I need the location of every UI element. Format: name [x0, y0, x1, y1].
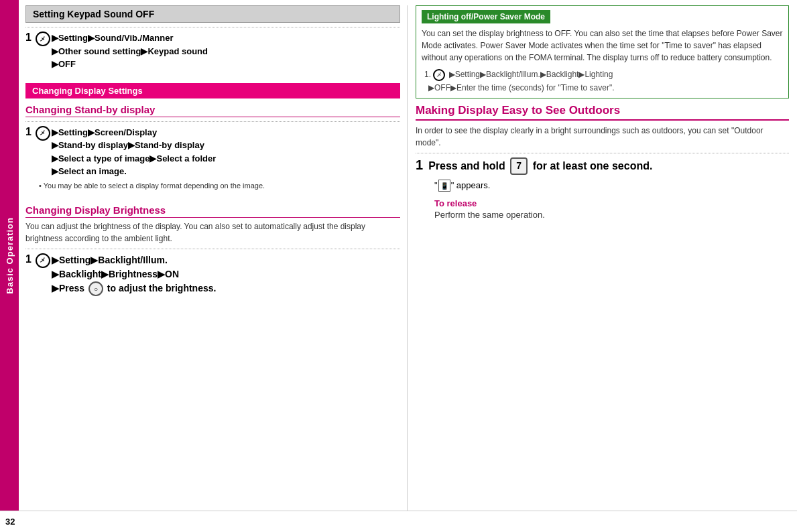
menu-icon-standby: メ: [36, 126, 50, 141]
step-number-brightness: 1: [25, 253, 32, 265]
brightness-description: You can adjust the brightness of the dis…: [25, 220, 400, 245]
nav-circle-icon: ○: [88, 281, 103, 296]
key-7-icon: 7: [510, 157, 528, 175]
sidebar-tab: Basic Operation: [0, 0, 19, 511]
step-keypad-1: 1 メ ▶Setting▶Sound/Vib./Manner▶Other sou…: [25, 31, 400, 71]
step-content-brightness: ▶Setting▶Backlight/Illum.▶Backlight▶Brig…: [52, 253, 217, 297]
phone-icon: 📱: [438, 180, 450, 192]
step-number-outdoor: 1: [416, 157, 423, 173]
step-outdoor-1: 1 Press and hold 7 for at least one seco…: [416, 157, 789, 175]
to-release-text: Perform the same operation.: [434, 210, 789, 220]
step-content-outdoor: Press and hold 7 for at least one second…: [428, 157, 652, 175]
section-header-keypad: Setting Keypad Sound OFF: [25, 5, 400, 23]
left-column: Setting Keypad Sound OFF 1 メ ▶Setting▶So…: [19, 5, 408, 511]
subsection-standby: Changing Stand-by display: [25, 104, 400, 117]
section-header-display-text: Changing Display Settings: [32, 86, 143, 96]
bottom-bar: 32: [0, 511, 797, 532]
appears-text: "📱" appears.: [434, 180, 490, 190]
power-saver-step: 1. メ ▶Setting▶Backlight/Illum.▶Backlight…: [422, 70, 614, 92]
power-saver-description: You can set the display brightness to OF…: [422, 27, 783, 64]
to-release-label: To release: [434, 198, 789, 208]
section-header-keypad-text: Setting Keypad Sound OFF: [33, 9, 154, 19]
green-header-power-saver: Lighting off/Power Saver Mode: [422, 10, 550, 23]
step-brightness-1: 1 メ ▶Setting▶Backlight/Illum.▶Backlight▶…: [25, 253, 400, 297]
step-standby-1: 1 メ ▶Setting▶Screen/Display▶Stand-by dis…: [25, 126, 400, 178]
section-header-display: Changing Display Settings: [25, 83, 400, 98]
menu-icon-power-saver: メ: [433, 69, 445, 81]
main-content: Setting Keypad Sound OFF 1 メ ▶Setting▶So…: [19, 0, 797, 511]
page-number: 32: [0, 514, 20, 529]
right-column: Lighting off/Power Saver Mode You can se…: [408, 5, 797, 511]
step-number-standby: 1: [25, 126, 32, 138]
step-number-1: 1: [25, 31, 32, 44]
outdoor-description: In order to see the display clearly in a…: [416, 125, 789, 149]
green-box-power-saver: Lighting off/Power Saver Mode You can se…: [416, 5, 789, 98]
step-content-standby: ▶Setting▶Screen/Display▶Stand-by display…: [52, 126, 216, 178]
step-content-keypad-1: ▶Setting▶Sound/Vib./Manner▶Other sound s…: [52, 31, 208, 71]
sidebar-tab-label: Basic Operation: [5, 217, 15, 294]
bullet-standby: You may be able to select a display form…: [39, 181, 400, 191]
subsection-brightness: Changing Display Brightness: [25, 204, 400, 218]
section-outdoor-title: Making Display Easy to See Outdoors: [416, 104, 789, 121]
menu-icon-1: メ: [36, 31, 50, 46]
menu-icon-brightness: メ: [36, 253, 50, 268]
